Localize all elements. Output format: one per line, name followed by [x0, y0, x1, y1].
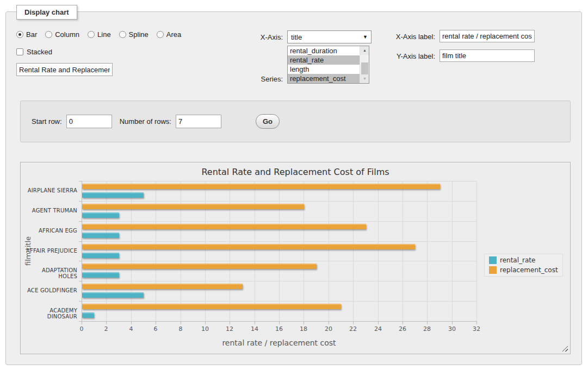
bar-rental_rate[interactable] [82, 233, 119, 238]
start-row-input[interactable] [66, 115, 112, 128]
gridline [255, 181, 255, 321]
gridline [82, 261, 476, 261]
bar-rental_rate[interactable] [82, 192, 144, 198]
series-option-length[interactable]: length [288, 65, 360, 74]
gridline [452, 181, 453, 321]
gridline [82, 281, 476, 281]
x-tick-label: 22 [344, 325, 362, 333]
radio-icon[interactable] [88, 31, 95, 38]
row-range-panel: Start row: Number of rows: Go [20, 101, 571, 142]
radio-label: Area [166, 30, 181, 39]
bar-replacement_cost[interactable] [82, 204, 304, 209]
legend-label: rental_rate [500, 256, 535, 264]
x-tick-label: 26 [393, 325, 412, 333]
bar-rental_rate[interactable] [82, 212, 119, 218]
go-button[interactable]: Go [256, 114, 280, 129]
category-label: AIRPLANE SIERRA [22, 187, 77, 193]
x-tick-label: 4 [122, 325, 140, 333]
category-label: AGENT TRUMAN [22, 208, 77, 214]
legend-item-rental_rate[interactable]: rental_rate [489, 256, 558, 264]
start-row-label: Start row: [32, 117, 62, 126]
x-tick-label: 32 [467, 325, 486, 333]
checkbox-icon[interactable] [16, 48, 23, 55]
legend-swatch-icon [489, 256, 497, 264]
series-option-rental_duration[interactable]: rental_duration [288, 46, 360, 55]
bar-replacement_cost[interactable] [82, 224, 366, 229]
x-tick-label: 0 [72, 325, 91, 333]
radio-icon[interactable] [157, 31, 164, 38]
bar-rental_rate[interactable] [82, 272, 119, 278]
chart-type-line[interactable]: Line [88, 30, 111, 39]
x-axis-select[interactable]: title ▼ [287, 30, 372, 43]
category-label: ACADEMY DINOSAUR [22, 308, 77, 319]
x-tick-label: 16 [270, 325, 288, 333]
bar-rental_rate[interactable] [82, 292, 144, 298]
scrollbar-up-icon[interactable]: ▲ [360, 46, 369, 55]
x-tick-label: 18 [294, 325, 313, 333]
bar-rental_rate[interactable] [82, 312, 94, 318]
chart-title-input[interactable] [16, 63, 113, 76]
x-tick-label: 20 [319, 325, 338, 333]
bar-replacement_cost[interactable] [82, 284, 243, 289]
radio-icon[interactable] [16, 31, 23, 38]
gridline [230, 181, 230, 321]
bar-replacement_cost[interactable] [82, 184, 440, 189]
bar-replacement_cost[interactable] [82, 304, 341, 309]
chart-type-spline[interactable]: Spline [119, 30, 148, 39]
legend-item-replacement_cost[interactable]: replacement_cost [489, 266, 558, 274]
stacked-option[interactable]: Stacked [16, 48, 52, 56]
x-tick-mark [427, 322, 428, 324]
gridline [403, 181, 403, 321]
y-axis-label-label: Y-Axis label: [381, 52, 435, 60]
y-tick-mark [79, 181, 82, 181]
bar-replacement_cost[interactable] [82, 264, 317, 269]
series-option-rental_rate[interactable]: rental_rate [288, 55, 360, 65]
y-tick-mark [79, 241, 82, 242]
gridline [353, 181, 354, 321]
x-tick-label: 2 [97, 325, 115, 333]
chart-type-bar[interactable]: Bar [16, 30, 37, 39]
x-tick-mark [452, 322, 453, 324]
resize-handle-icon[interactable] [562, 346, 568, 352]
gridline [82, 201, 476, 202]
gridline [476, 181, 477, 321]
chart-type-column[interactable]: Column [45, 30, 79, 39]
plot-area [82, 181, 476, 321]
bar-rental_rate[interactable] [82, 253, 119, 258]
x-axis-label-input[interactable] [440, 30, 535, 42]
gridline [181, 181, 181, 321]
category-label: ADAPTATION HOLES [22, 267, 77, 279]
number-of-rows-input[interactable] [176, 115, 221, 128]
gridline [156, 181, 156, 321]
series-option-replacement_cost[interactable]: replacement_cost [288, 74, 360, 83]
x-tick-mark [329, 322, 329, 324]
gridline [82, 241, 476, 242]
gridline [329, 181, 329, 321]
chart-type-group: BarColumnLineSplineArea [16, 30, 181, 39]
x-tick-label: 24 [369, 325, 387, 333]
y-axis-label-input[interactable] [440, 49, 535, 62]
radio-icon[interactable] [45, 31, 52, 38]
y-axis-line [82, 181, 82, 321]
series-options: rental_durationrental_ratelengthreplacem… [288, 46, 360, 83]
gridline [82, 301, 476, 302]
bar-replacement_cost[interactable] [82, 244, 415, 249]
x-tick-mark [304, 322, 304, 324]
series-scrollbar[interactable]: ▲ ▼ [360, 46, 369, 83]
radio-icon[interactable] [119, 31, 126, 38]
series-listbox[interactable]: rental_durationrental_ratelengthreplacem… [287, 46, 369, 84]
x-axis-title: rental rate / replacement cost [82, 338, 476, 347]
x-tick-label: 14 [245, 325, 264, 333]
gridline [279, 181, 280, 321]
x-axis-selected-value: title [291, 33, 363, 41]
radio-label: Column [55, 30, 79, 39]
scrollbar-thumb[interactable] [361, 62, 368, 74]
radio-label: Spline [129, 30, 148, 39]
legend-label: replacement_cost [500, 266, 558, 274]
gridline [131, 181, 132, 321]
x-axis-label-label: X-Axis label: [381, 33, 435, 41]
category-label: AFRICAN EGG [22, 228, 77, 234]
gridline [106, 181, 107, 321]
chart-type-area[interactable]: Area [157, 30, 181, 39]
scrollbar-down-icon[interactable]: ▼ [360, 74, 369, 83]
